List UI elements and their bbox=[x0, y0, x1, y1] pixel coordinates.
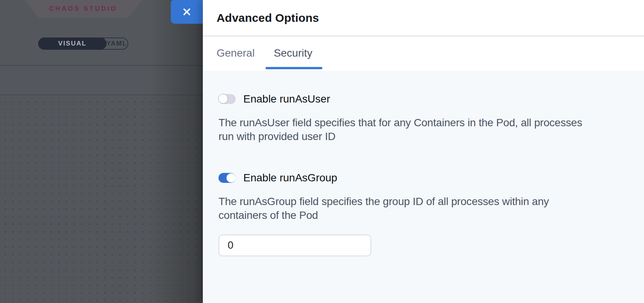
drawer-header: Advanced Options bbox=[203, 0, 644, 36]
drawer-tabbar: General Security bbox=[203, 36, 644, 71]
visual-toggle-label: VISUAL bbox=[58, 40, 86, 47]
toggle-knob bbox=[218, 94, 228, 104]
visual-yaml-toggle[interactable]: VISUAL YAML bbox=[38, 37, 128, 50]
brand-title: CHAOS STUDIO bbox=[49, 5, 117, 13]
run-as-group-description: The runAsGroup field specifies the group… bbox=[218, 195, 629, 222]
run-as-user-toggle[interactable] bbox=[218, 94, 236, 104]
advanced-options-drawer: Advanced Options General Security Enable… bbox=[203, 0, 644, 303]
description-line: The runAsGroup field specifies the group… bbox=[218, 195, 629, 209]
run-as-user-toggle-label: Enable runAsUser bbox=[243, 93, 330, 105]
security-tab-content: Enable runAsUser The runAsUser field spe… bbox=[203, 71, 644, 303]
visual-toggle-option[interactable]: VISUAL bbox=[38, 37, 107, 50]
run-as-group-id-input[interactable] bbox=[218, 235, 371, 256]
close-drawer-button[interactable] bbox=[171, 0, 203, 24]
yaml-toggle-label: YAML bbox=[106, 40, 127, 47]
dot-grid-canvas bbox=[0, 95, 203, 303]
tab-general[interactable]: General bbox=[217, 47, 255, 69]
run-as-user-toggle-row: Enable runAsUser bbox=[218, 94, 629, 104]
workspace-toolbar bbox=[0, 65, 203, 95]
run-as-group-toggle-row: Enable runAsGroup bbox=[218, 173, 629, 183]
close-icon bbox=[182, 7, 192, 17]
description-line: run with provided user ID bbox=[218, 130, 629, 143]
description-line: The runAsUser field specifies that for a… bbox=[218, 116, 629, 130]
description-line: containers of the Pod bbox=[218, 209, 629, 222]
toggle-knob bbox=[227, 173, 236, 182]
tab-security[interactable]: Security bbox=[274, 47, 312, 69]
run-as-group-toggle-label: Enable runAsGroup bbox=[243, 172, 337, 184]
run-as-user-section: Enable runAsUser The runAsUser field spe… bbox=[218, 94, 629, 143]
dimmed-workspace: CHAOS STUDIO VISUAL YAML bbox=[0, 0, 203, 303]
run-as-user-description: The runAsUser field specifies that for a… bbox=[218, 116, 629, 143]
run-as-group-section: Enable runAsGroup The runAsGroup field s… bbox=[218, 173, 629, 256]
drawer-title: Advanced Options bbox=[217, 11, 644, 24]
run-as-group-toggle[interactable] bbox=[218, 173, 236, 183]
yaml-toggle-option[interactable]: YAML bbox=[106, 38, 128, 49]
brand-banner: CHAOS STUDIO bbox=[24, 0, 142, 18]
